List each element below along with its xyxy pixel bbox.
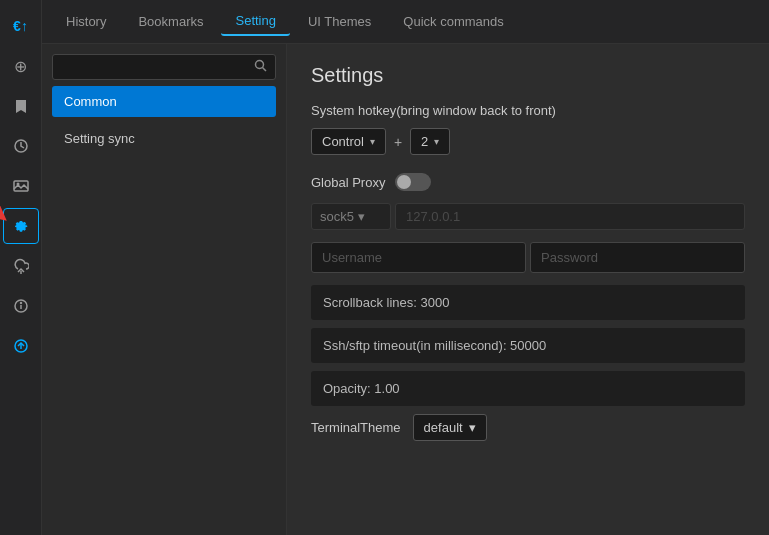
proxy-host-input: 127.0.0.1 <box>395 203 745 230</box>
settings-icon[interactable] <box>3 208 39 244</box>
username-input[interactable]: Username <box>311 242 526 273</box>
svg-point-10 <box>256 61 264 69</box>
content-area: Common Setting sync Settings System hotk… <box>42 44 769 535</box>
hotkey-modifier-dropdown[interactable]: Control ▾ <box>311 128 386 155</box>
menu-item-setting-sync[interactable]: Setting sync <box>52 123 276 154</box>
settings-title: Settings <box>311 64 745 87</box>
proxy-label: Global Proxy <box>311 175 385 190</box>
svg-point-7 <box>20 303 21 304</box>
chevron-down-icon-4: ▾ <box>469 420 476 435</box>
proxy-inputs: sock5 ▾ 127.0.0.1 <box>311 203 745 230</box>
tab-quick-commands[interactable]: Quick commands <box>389 8 517 35</box>
right-panel: Settings System hotkey(bring window back… <box>287 44 769 535</box>
sidebar: €↑ ⊕ <box>0 0 42 535</box>
password-input[interactable]: Password <box>530 242 745 273</box>
search-input[interactable] <box>61 60 248 75</box>
logo-icon: €↑ <box>3 8 39 44</box>
proxy-row: Global Proxy <box>311 173 745 191</box>
add-icon[interactable]: ⊕ <box>3 48 39 84</box>
image-icon[interactable] <box>3 168 39 204</box>
terminal-theme-label: TerminalTheme <box>311 420 401 435</box>
cloud-icon[interactable] <box>3 248 39 284</box>
scrollback-lines-item[interactable]: Scrollback lines: 3000 <box>311 285 745 320</box>
search-icon <box>254 59 267 75</box>
hotkey-section-label: System hotkey(bring window back to front… <box>311 103 745 118</box>
tab-bookmarks[interactable]: Bookmarks <box>124 8 217 35</box>
chevron-down-icon: ▾ <box>370 136 375 147</box>
tab-ui-themes[interactable]: UI Themes <box>294 8 385 35</box>
chevron-down-icon-2: ▾ <box>434 136 439 147</box>
tab-bar: History Bookmarks Setting UI Themes Quic… <box>42 0 769 44</box>
proxy-toggle[interactable] <box>395 173 431 191</box>
chevron-down-icon-3: ▾ <box>358 209 365 224</box>
info-icon[interactable] <box>3 288 39 324</box>
tab-setting[interactable]: Setting <box>221 7 289 36</box>
theme-row: TerminalTheme default ▾ <box>311 414 745 441</box>
left-panel: Common Setting sync <box>42 44 287 535</box>
svg-line-11 <box>263 68 267 72</box>
search-box[interactable] <box>52 54 276 80</box>
hotkey-row: Control ▾ + 2 ▾ <box>311 128 745 155</box>
menu-item-common[interactable]: Common <box>52 86 276 117</box>
hotkey-key-dropdown[interactable]: 2 ▾ <box>410 128 450 155</box>
history-icon[interactable] <box>3 128 39 164</box>
main-panel: History Bookmarks Setting UI Themes Quic… <box>42 0 769 535</box>
hotkey-plus: + <box>394 134 402 150</box>
update-icon[interactable] <box>3 328 39 364</box>
ssh-timeout-item[interactable]: Ssh/sftp timeout(in millisecond): 50000 <box>311 328 745 363</box>
auth-row: Username Password <box>311 242 745 273</box>
terminal-theme-dropdown[interactable]: default ▾ <box>413 414 487 441</box>
proxy-type-dropdown[interactable]: sock5 ▾ <box>311 203 391 230</box>
opacity-item[interactable]: Opacity: 1.00 <box>311 371 745 406</box>
bookmark-icon[interactable] <box>3 88 39 124</box>
tab-history[interactable]: History <box>52 8 120 35</box>
